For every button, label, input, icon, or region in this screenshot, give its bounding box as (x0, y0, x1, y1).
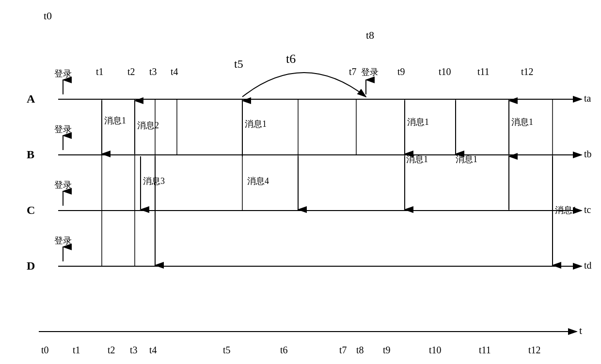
ta-label: ta (584, 93, 591, 104)
row-a-label: A (27, 92, 35, 105)
t1-bottom: t1 (73, 345, 80, 355)
t10-top: t10 (439, 66, 451, 77)
msg2-t2: 消息2 (137, 121, 159, 130)
msg3-t2: 消息3 (143, 176, 165, 186)
t5-bottom: t5 (223, 345, 231, 355)
msg1-t11-ba: 消息1 (511, 117, 533, 127)
t4-bottom: t4 (149, 345, 157, 355)
t9-bottom: t9 (383, 345, 391, 355)
diagram-svg: ta tb tc td A B C D t0 t1 t2 t3 t4 t5 t6… (0, 0, 601, 364)
msg1-t10-b2: 消息1 (456, 154, 477, 164)
row-b-label: B (27, 148, 34, 161)
t8-above: t8 (366, 29, 374, 41)
row-c-label: C (27, 204, 35, 216)
tc-label: tc (584, 204, 591, 215)
t11-top: t11 (477, 66, 490, 77)
td-label: td (584, 260, 592, 271)
t7-top: t7 (349, 66, 357, 77)
denglu-t7-label: 登录 (361, 67, 379, 77)
t2-bottom: t2 (108, 345, 115, 355)
t0-bottom: t0 (41, 345, 49, 355)
msg4-t6: 消息4 (247, 176, 269, 186)
tb-label: tb (584, 149, 592, 159)
t-axis-label: t (579, 324, 582, 336)
row-d-label: D (27, 259, 35, 272)
t7-bottom: t7 (339, 345, 347, 355)
t5-top: t5 (234, 58, 243, 70)
msg1-t9-a: 消息1 (407, 117, 429, 127)
t8-bottom: t8 (356, 345, 364, 355)
t1-top: t1 (96, 66, 104, 77)
msg1-t5-b: 消息1 (245, 119, 267, 129)
t6-top: t6 (286, 52, 296, 66)
msg1-t10-b1: 消息1 (406, 154, 428, 164)
t6-bottom: t6 (280, 345, 288, 355)
denglu-d: 登录 (54, 236, 72, 245)
t0-top-label: t0 (44, 10, 52, 22)
denglu-a: 登录 (54, 69, 72, 78)
denglu-b: 登录 (54, 124, 72, 134)
t9-top: t9 (397, 66, 405, 77)
msg1-t12-bd: 消息1 (555, 205, 577, 215)
t12-bottom: t12 (528, 345, 541, 355)
t4-top: t4 (171, 66, 178, 77)
t10-bottom: t10 (429, 345, 442, 355)
t3-bottom: t3 (130, 345, 138, 355)
denglu-c: 登录 (54, 180, 72, 190)
t3-top: t3 (149, 66, 157, 77)
msg1-t1: 消息1 (104, 116, 126, 125)
t2-top: t2 (127, 66, 135, 77)
t12-top: t12 (521, 66, 534, 77)
t11-bottom: t11 (479, 345, 491, 355)
